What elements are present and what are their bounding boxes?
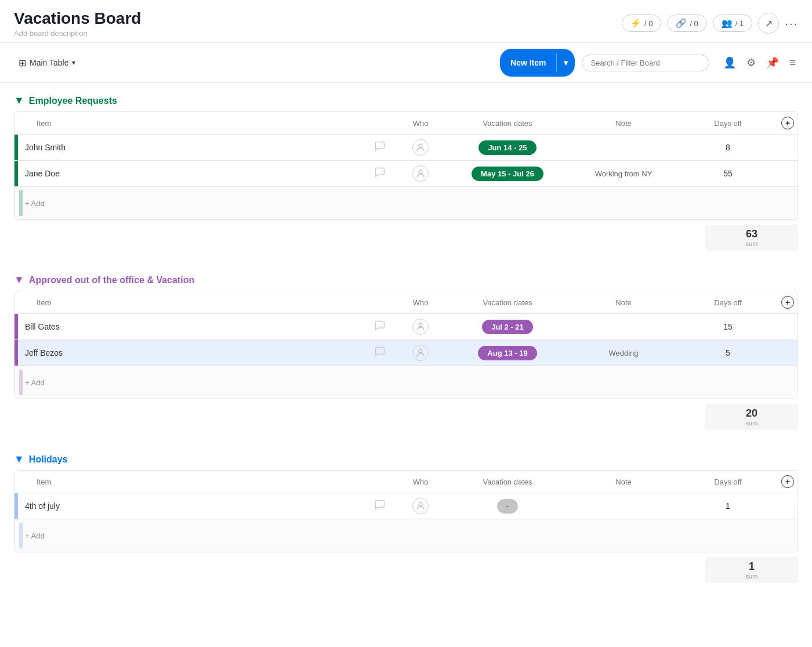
th-add-holidays: + xyxy=(774,471,798,493)
header-left: Vacations Board Add board description xyxy=(14,9,141,38)
automations-count: / 0 xyxy=(644,19,652,28)
svg-point-4 xyxy=(419,503,422,506)
app-header: Vacations Board Add board description ⚡ … xyxy=(0,0,812,43)
integrations-icon: 🔗 xyxy=(676,18,687,28)
row-name-jane: Jane Doe xyxy=(18,164,368,183)
sum-number-holidays: 1 xyxy=(705,561,798,573)
new-item-arrow-icon: ▾ xyxy=(556,53,575,72)
group-toggle-holidays[interactable]: ▼ xyxy=(14,453,24,465)
main-table-button[interactable]: ⊞ Main Table ▾ xyxy=(14,54,80,72)
row-chat-july[interactable] xyxy=(368,499,392,514)
row-daysoff-jeff: 5 xyxy=(682,348,774,357)
table-row: Bill Gates Jul 2 - 21 15 xyxy=(14,314,798,340)
row-daysoff-jane: 55 xyxy=(682,169,774,178)
group-header-employee: ▼ Employee Requests xyxy=(14,95,798,107)
row-who-bill[interactable] xyxy=(392,319,449,335)
vacation-badge-jeff: Aug 13 - 19 xyxy=(478,346,536,360)
group-toggle-approved[interactable]: ▼ xyxy=(14,274,24,286)
avatar-bill xyxy=(412,319,429,335)
th-vacation-holidays: Vacation dates xyxy=(449,473,566,491)
person-filter-icon[interactable]: 👤 xyxy=(721,54,738,71)
svg-point-0 xyxy=(419,144,422,147)
row-chat-jeff[interactable] xyxy=(368,346,392,360)
group-toggle-employee[interactable]: ▼ xyxy=(14,95,24,107)
row-who-jane[interactable] xyxy=(392,165,449,182)
sum-cell-employee: 63 sum xyxy=(705,225,798,251)
row-who-john[interactable] xyxy=(392,139,449,156)
sum-cell-approved: 20 sum xyxy=(705,404,798,430)
row-note-jane: Working from NY xyxy=(566,169,682,178)
row-vacation-jane[interactable]: May 15 - Jul 26 xyxy=(449,163,566,185)
row-name-john: John Smith xyxy=(18,138,368,157)
add-column-approved[interactable]: + xyxy=(781,296,794,309)
group-table-employee: Item Who Vacation dates Note Days off + … xyxy=(14,111,798,220)
automations-button[interactable]: ⚡ / 0 xyxy=(622,15,661,32)
header-actions: ⚡ / 0 🔗 / 0 👥 / 1 ↗ ··· xyxy=(622,13,798,34)
th-add-approved: + xyxy=(774,291,798,313)
add-bar-employee xyxy=(19,190,23,216)
invitees-button[interactable]: 👥 / 1 xyxy=(713,15,752,32)
row-daysoff-bill: 15 xyxy=(682,322,774,331)
group-holidays: ▼ Holidays Item Who Vacation dates Note … xyxy=(14,453,798,588)
row-vacation-john[interactable]: Jun 14 - 25 xyxy=(449,137,566,158)
settings-icon[interactable]: ⚙ xyxy=(744,54,758,71)
share-button[interactable]: ↗ xyxy=(758,13,779,34)
sum-cell-holidays: 1 sum xyxy=(705,557,798,583)
group-header-holidays: ▼ Holidays xyxy=(14,453,798,465)
table-icon: ⊞ xyxy=(19,57,26,68)
row-who-july[interactable] xyxy=(392,498,449,514)
toolbar-icons: 👤 ⚙ 📌 ≡ xyxy=(721,54,798,71)
th-daysoff-employee: Days off xyxy=(682,114,774,132)
sum-number-employee: 63 xyxy=(705,228,798,240)
row-daysoff-john: 8 xyxy=(682,143,774,152)
th-add-employee: + xyxy=(774,112,798,134)
board-title: Vacations Board xyxy=(14,9,141,28)
board-content: ▼ Employee Requests Item Who Vacation da… xyxy=(0,83,812,618)
row-chat-jane[interactable] xyxy=(368,167,392,181)
th-daysoff-approved: Days off xyxy=(682,294,774,312)
add-row-holidays[interactable]: + Add xyxy=(14,519,798,552)
board-description[interactable]: Add board description xyxy=(14,29,141,38)
search-input[interactable] xyxy=(582,55,709,71)
filter-icon[interactable]: ≡ xyxy=(787,55,798,71)
vacation-badge-bill: Jul 2 - 21 xyxy=(482,320,533,334)
add-column-employee[interactable]: + xyxy=(781,117,794,129)
th-who-holidays: Who xyxy=(392,473,449,491)
add-bar-holidays xyxy=(19,523,23,548)
sum-label-approved: sum xyxy=(705,420,798,426)
chevron-down-icon: ▾ xyxy=(72,59,75,67)
pin-icon[interactable]: 📌 xyxy=(764,54,781,71)
invitees-count: / 1 xyxy=(735,19,744,28)
table-header-holidays: Item Who Vacation dates Note Days off + xyxy=(14,471,798,493)
integrations-button[interactable]: 🔗 / 0 xyxy=(667,15,706,32)
add-row-approved[interactable]: + Add xyxy=(14,366,798,399)
add-column-holidays[interactable]: + xyxy=(781,475,794,488)
avatar-july xyxy=(412,498,429,514)
main-table-label: Main Table xyxy=(30,58,68,67)
row-chat-bill[interactable] xyxy=(368,320,392,334)
avatar-jane xyxy=(412,165,429,182)
group-table-approved: Item Who Vacation dates Note Days off + … xyxy=(14,291,798,399)
add-bar-approved xyxy=(19,370,23,395)
group-title-holidays: Holidays xyxy=(29,454,68,465)
avatar-john xyxy=(412,139,429,156)
more-options-button[interactable]: ··· xyxy=(785,17,798,30)
row-vacation-july[interactable]: - xyxy=(449,496,566,517)
toolbar: ⊞ Main Table ▾ New Item ▾ 👤 ⚙ 📌 ≡ xyxy=(0,43,812,83)
row-name-jeff: Jeff Bezos xyxy=(18,344,368,362)
new-item-button[interactable]: New Item ▾ xyxy=(500,49,575,77)
row-vacation-jeff[interactable]: Aug 13 - 19 xyxy=(449,342,566,364)
sum-number-approved: 20 xyxy=(705,407,798,420)
row-vacation-bill[interactable]: Jul 2 - 21 xyxy=(449,316,566,338)
th-who-employee: Who xyxy=(392,114,449,132)
th-vacation-employee: Vacation dates xyxy=(449,114,566,132)
group-employee-requests: ▼ Employee Requests Item Who Vacation da… xyxy=(14,95,798,255)
vacation-badge-july: - xyxy=(497,499,518,514)
th-daysoff-holidays: Days off xyxy=(682,473,774,491)
row-chat-john[interactable] xyxy=(368,140,392,155)
th-vacation-approved: Vacation dates xyxy=(449,294,566,312)
add-row-employee[interactable]: + Add xyxy=(14,187,798,219)
row-who-jeff[interactable] xyxy=(392,345,449,361)
vacation-badge-jane: May 15 - Jul 26 xyxy=(472,167,543,181)
th-note-approved: Note xyxy=(566,294,682,312)
